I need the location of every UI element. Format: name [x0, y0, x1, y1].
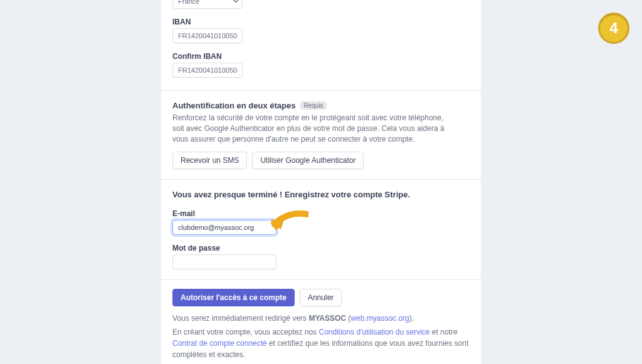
twofa-heading: Authentification en deux étapes [172, 101, 295, 110]
terms-link[interactable]: Conditions d'utilisation du service [318, 328, 429, 336]
password-field[interactable] [172, 254, 276, 269]
password-label: Mot de passe [172, 244, 470, 252]
redirect-link[interactable]: web.myassoc.org [350, 314, 409, 323]
receive-sms-button[interactable]: Recevoir un SMS [172, 152, 247, 169]
cancel-button[interactable]: Annuler [300, 289, 342, 306]
required-badge: Requis [300, 101, 326, 110]
iban-label: IBAN [172, 18, 470, 26]
email-field[interactable] [172, 220, 276, 235]
terms-note: En créant votre compte, vous acceptez no… [172, 326, 470, 360]
redirect-note: Vous serez immédiatement redirigé vers M… [172, 313, 470, 324]
confirm-iban-input[interactable] [172, 63, 243, 78]
contract-link[interactable]: Contrat de compte connecté [172, 339, 267, 348]
register-heading: Vous avez presque terminé ! Enregistrez … [172, 190, 470, 199]
step-number-badge: 4 [598, 13, 629, 44]
country-select-value: France [172, 0, 243, 9]
country-select[interactable]: France [172, 0, 243, 9]
twofa-description: Renforcez la sécurité de votre compte en… [172, 113, 455, 144]
iban-input[interactable] [172, 28, 243, 43]
use-google-authenticator-button[interactable]: Utiliser Google Authenticator [252, 152, 364, 169]
email-label: E-mail [172, 209, 470, 218]
confirm-iban-label: Confirm IBAN [172, 52, 470, 61]
authorize-button[interactable]: Autoriser l'accès à ce compte [172, 289, 295, 306]
